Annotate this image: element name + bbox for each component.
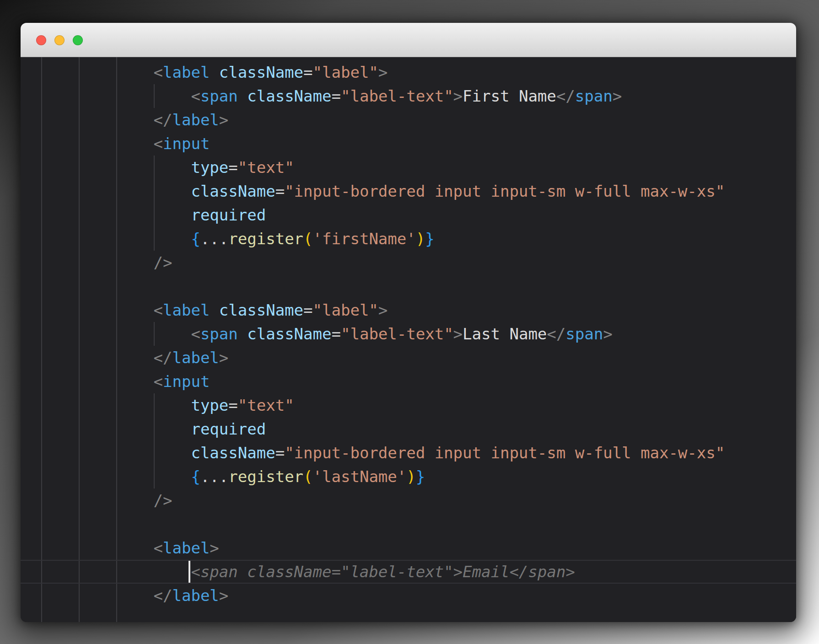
text-cursor	[189, 561, 190, 583]
code-line[interactable]: <input	[21, 132, 796, 156]
code-line[interactable]: <label className="label">	[21, 298, 796, 322]
zoom-button[interactable]	[73, 35, 83, 45]
code-line[interactable]: </label>	[21, 108, 796, 132]
close-button[interactable]	[36, 35, 46, 45]
code-line[interactable]: <span className="label-text">Email</span…	[21, 560, 796, 584]
code-line[interactable]	[21, 274, 796, 298]
code-line[interactable]: <span className="label-text">First Name<…	[21, 84, 796, 108]
code-line[interactable]: {...register('firstName')}	[21, 227, 796, 251]
code-line[interactable]: required	[21, 417, 796, 441]
editor-window: <label className="label"> <span classNam…	[21, 23, 796, 622]
code-line[interactable]: <label className="label">	[21, 60, 796, 84]
minimize-button[interactable]	[54, 35, 65, 45]
code-line[interactable]	[21, 512, 796, 536]
code-line[interactable]: </label>	[21, 584, 796, 607]
code-line[interactable]: required	[21, 203, 796, 227]
code-line[interactable]: <input	[21, 370, 796, 393]
code-line[interactable]: type="text"	[21, 393, 796, 417]
code-line[interactable]: />	[21, 251, 796, 274]
code-line[interactable]: className="input-bordered input input-sm…	[21, 441, 796, 465]
code-line[interactable]: </label>	[21, 346, 796, 370]
code-editor[interactable]: <label className="label"> <span classNam…	[21, 57, 796, 622]
code-line[interactable]: type="text"	[21, 156, 796, 179]
code-line[interactable]: <label>	[21, 536, 796, 560]
window-titlebar[interactable]	[21, 23, 796, 57]
code-line[interactable]: className="input-bordered input input-sm…	[21, 179, 796, 203]
code-line[interactable]: />	[21, 488, 796, 512]
code-line[interactable]: <span className="label-text">Last Name</…	[21, 322, 796, 346]
code-line[interactable]: {...register('lastName')}	[21, 465, 796, 488]
